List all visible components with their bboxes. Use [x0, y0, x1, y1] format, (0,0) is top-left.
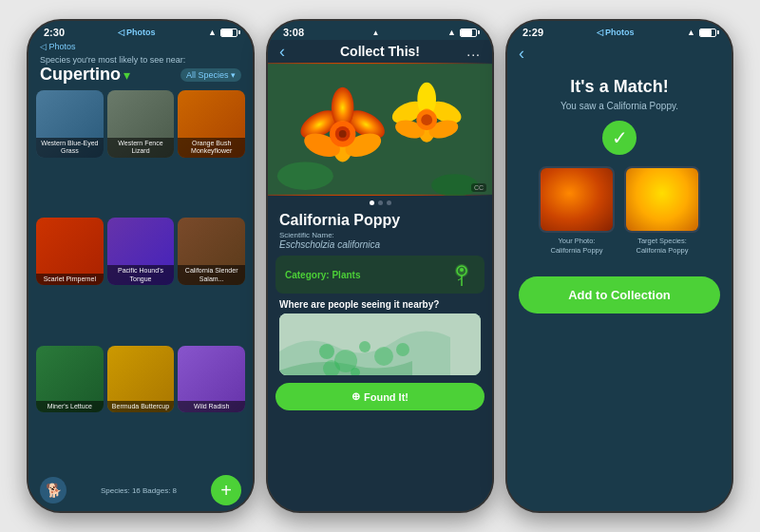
- screen-3: ‹ It's a Match! You saw a California Pop…: [507, 40, 732, 511]
- status-icons-3: ▲: [687, 28, 716, 37]
- cc-badge: CC: [471, 183, 486, 192]
- status-icons-2: ▲: [447, 28, 477, 37]
- battery-icon: [220, 28, 238, 37]
- phone-3: 2:29 ◁ Photos ▲ ‹ It's a Match! You saw …: [505, 19, 733, 513]
- plant-icon: [448, 261, 475, 288]
- nearby-title: Where are people seeing it nearby?: [279, 299, 481, 310]
- sci-label: Scientific Name:: [279, 231, 481, 239]
- species-cell[interactable]: Bermuda Buttercup: [107, 346, 175, 413]
- category-bar: Category: Plants: [276, 256, 484, 294]
- map-svg: [279, 314, 481, 375]
- wifi-icon-2: ▲: [447, 28, 456, 37]
- back-button-3[interactable]: ‹: [519, 44, 524, 64]
- species-cell-name: Miner's Lettuce: [36, 401, 104, 412]
- nav-bar-2: ‹ Collect This! ...: [268, 40, 492, 63]
- species-cell[interactable]: California Slender Salam...: [178, 218, 245, 285]
- gps-icon: ▲: [372, 28, 380, 37]
- phone-1: 2:30 ◁ Photos ▲ ◁ Photos Species you're …: [27, 19, 255, 513]
- location-dropdown-icon[interactable]: ▾: [124, 67, 130, 83]
- species-cell[interactable]: Scarlet Pimpernel: [36, 218, 104, 285]
- found-it-button[interactable]: ⊕ Found It!: [276, 383, 484, 410]
- species-grid: Western Blue-Eyed GrassWestern Fence Liz…: [28, 90, 253, 469]
- found-it-plus-icon: ⊕: [352, 390, 360, 403]
- photo-card-2: Target Species: California Poppy: [624, 166, 700, 256]
- nav-back-photos-1[interactable]: ◁ Photos: [40, 42, 76, 51]
- time-1: 2:30: [44, 27, 65, 38]
- all-species-button[interactable]: All Species ▾: [180, 68, 241, 82]
- battery-icon-3: [699, 28, 716, 37]
- species-label: Species you're most likely to see near:: [40, 55, 241, 65]
- stats-text: Species: 16 Badges: 8: [101, 486, 177, 495]
- bottom-bar: 🐕 Species: 16 Badges: 8 +: [28, 469, 253, 511]
- species-cell-name: Bermuda Buttercup: [107, 401, 175, 412]
- species-cell[interactable]: Orange Bush Monkeyflower: [178, 90, 245, 158]
- dot-3: [387, 200, 391, 205]
- map-preview[interactable]: [279, 314, 481, 375]
- match-subtitle: You saw a California Poppy.: [560, 101, 678, 111]
- species-cell-name: Western Blue-Eyed Grass: [36, 138, 104, 158]
- more-button-2[interactable]: ...: [466, 44, 481, 59]
- match-title: It's a Match!: [570, 77, 668, 97]
- svg-point-30: [396, 343, 409, 356]
- dog-icon: 🐕: [40, 477, 66, 504]
- photo-thumb-1: [539, 166, 615, 233]
- dot-1: [370, 200, 374, 205]
- nearby-section: Where are people seeing it nearby?: [268, 294, 492, 379]
- species-cell-name: Pacific Hound's Tongue: [107, 265, 175, 285]
- species-cell-name: California Slender Salam...: [178, 265, 245, 285]
- svg-point-29: [374, 347, 393, 366]
- match-section: It's a Match! You saw a California Poppy…: [507, 67, 732, 269]
- species-info: California Poppy Scientific Name: Eschsc…: [268, 208, 492, 256]
- species-cell-name: Scarlet Pimpernel: [36, 274, 104, 285]
- species-cell[interactable]: Western Blue-Eyed Grass: [36, 90, 104, 158]
- battery-icon-2: [460, 28, 477, 37]
- species-cell[interactable]: Wild Radish: [178, 346, 245, 413]
- category-text: Category: Plants: [285, 270, 360, 280]
- back-button-2[interactable]: ‹: [279, 42, 285, 62]
- check-circle: ✓: [602, 121, 636, 155]
- nav-back-3[interactable]: ◁ Photos: [597, 28, 635, 37]
- photo-thumb-2: [624, 166, 700, 233]
- photo-card-1: Your Photo: California Poppy: [539, 166, 615, 256]
- fab-button[interactable]: +: [211, 475, 241, 505]
- dot-2: [378, 200, 383, 205]
- photos-row: Your Photo: California Poppy Target Spec…: [539, 166, 700, 256]
- phone-2: 3:08 ▲ ▲ ‹ Collect This! ...: [266, 19, 494, 513]
- map-bg: [279, 314, 481, 375]
- photo-label-1: Your Photo: California Poppy: [550, 237, 602, 256]
- species-cell-name: Western Fence Lizard: [107, 138, 175, 158]
- species-cell-name: Wild Radish: [178, 401, 245, 412]
- time-3: 2:29: [522, 27, 543, 38]
- screen-title-2: Collect This!: [340, 44, 420, 59]
- status-icons-1: ▲: [208, 28, 238, 37]
- add-collection-button[interactable]: Add to Collection: [519, 276, 720, 314]
- nav-bar-3: ‹: [507, 40, 732, 67]
- dot-indicators: [268, 196, 492, 208]
- found-it-label: Found It!: [364, 391, 408, 403]
- species-cell[interactable]: Western Fence Lizard: [107, 90, 175, 158]
- wifi-icon: ▲: [208, 28, 217, 37]
- flower-bg: [268, 63, 492, 196]
- screen-2: ‹ Collect This! ...: [268, 40, 492, 511]
- svg-point-26: [319, 344, 334, 359]
- svg-point-17: [421, 114, 432, 125]
- location-name[interactable]: Cupertino ▾: [40, 65, 130, 85]
- species-cell[interactable]: Miner's Lettuce: [36, 346, 104, 413]
- location-section: Species you're most likely to see near: …: [28, 51, 253, 90]
- nav-bar-1: ◁ Photos: [28, 40, 253, 51]
- flower-image: CC: [268, 63, 492, 196]
- status-bar-3: 2:29 ◁ Photos ▲: [507, 21, 732, 40]
- wifi-icon-3: ▲: [687, 28, 695, 37]
- sci-name: Eschscholzia californica: [279, 239, 481, 250]
- svg-point-28: [359, 341, 370, 352]
- svg-point-9: [339, 130, 347, 138]
- common-name: California Poppy: [279, 212, 481, 229]
- svg-point-18: [277, 162, 333, 190]
- time-2: 3:08: [283, 27, 304, 38]
- location-row: Cupertino ▾ All Species ▾: [40, 65, 241, 85]
- species-cell[interactable]: Pacific Hound's Tongue: [107, 218, 175, 285]
- nav-back-1[interactable]: ◁ Photos: [118, 28, 156, 37]
- status-bar-1: 2:30 ◁ Photos ▲: [28, 21, 253, 40]
- screen-1: ◁ Photos Species you're most likely to s…: [28, 40, 253, 511]
- svg-point-22: [460, 268, 464, 272]
